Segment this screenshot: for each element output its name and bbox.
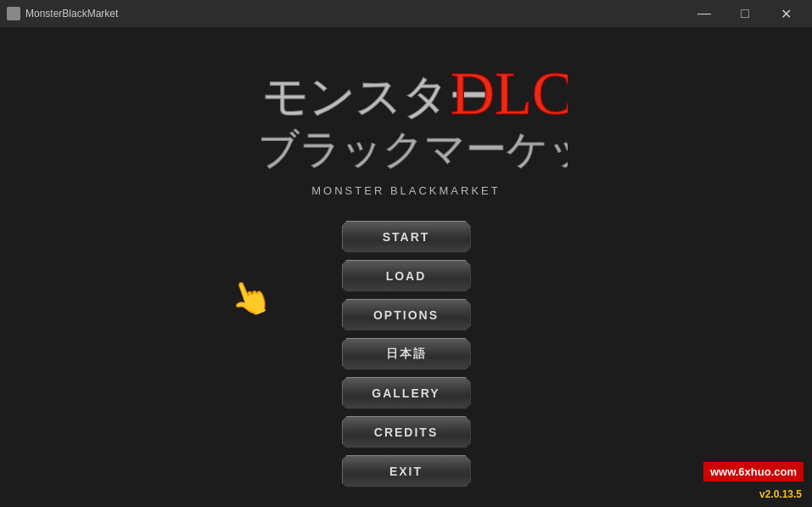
credits-button[interactable]: CREDITS	[342, 416, 471, 448]
window-title: MonsterBlackMarket	[25, 8, 118, 20]
language-button[interactable]: 日本語	[342, 338, 471, 370]
hand-cursor-icon: 👆	[223, 272, 277, 324]
title-bar: MonsterBlackMarket — □ ✕	[0, 0, 812, 27]
options-button[interactable]: OPTIONS	[342, 299, 471, 331]
logo-subtitle: MONSTER BLACKMARKET	[311, 184, 500, 197]
app-icon	[7, 7, 20, 20]
watermark: www.6xhuo.com	[703, 462, 804, 482]
title-bar-controls: — □ ✕	[685, 1, 805, 26]
svg-text:DLC: DLC	[451, 59, 568, 127]
menu-container: START LOAD OPTIONS 日本語 GALLERY CREDITS E…	[342, 221, 471, 487]
maximize-button[interactable]: □	[725, 1, 764, 26]
version-label: v2.0.13.5	[759, 488, 802, 500]
minimize-button[interactable]: —	[685, 1, 724, 26]
start-button[interactable]: START	[342, 221, 471, 253]
gallery-button[interactable]: GALLERY	[342, 377, 471, 409]
title-bar-left: MonsterBlackMarket	[7, 7, 118, 20]
load-button[interactable]: LOAD	[342, 260, 471, 292]
exit-button[interactable]: EXIT	[342, 455, 471, 487]
close-button[interactable]: ✕	[766, 1, 805, 26]
main-content: モンスター モンスター DLC DLC ブラックマーケット ブラックマーケット …	[0, 27, 812, 507]
svg-text:ブラックマーケット: ブラックマーケット	[258, 127, 568, 172]
game-logo: モンスター モンスター DLC DLC ブラックマーケット ブラックマーケット	[245, 53, 568, 189]
logo-area: モンスター モンスター DLC DLC ブラックマーケット ブラックマーケット …	[245, 53, 568, 197]
